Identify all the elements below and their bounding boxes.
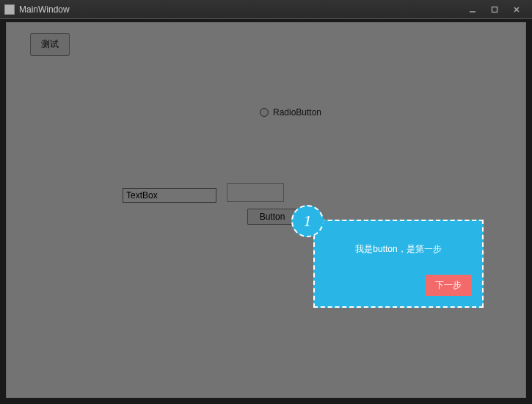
minimize-button[interactable] (462, 2, 484, 17)
coach-step-badge: 1 (291, 205, 324, 237)
svg-rect-1 (492, 7, 498, 12)
coach-next-button[interactable]: 下一步 (425, 275, 472, 296)
radio-icon (260, 108, 269, 117)
coach-box: 我是button，是第一步 下一步 (313, 220, 484, 308)
center-button[interactable]: Button (247, 209, 297, 225)
test-button[interactable]: 测试 (30, 33, 70, 56)
radio-button[interactable]: RadioButton (260, 107, 321, 118)
app-icon (4, 4, 15, 15)
window-title: MainWindow (19, 4, 462, 15)
radio-label: RadioButton (273, 107, 321, 118)
maximize-button[interactable] (484, 2, 506, 17)
window-titlebar: MainWindow (0, 0, 532, 19)
textbox-2[interactable] (227, 183, 284, 202)
coach-message: 我是button，是第一步 (328, 243, 469, 256)
textbox-1[interactable] (123, 188, 216, 203)
client-area: 测试 RadioButton Button 1 我是button，是第一步 下一… (6, 22, 526, 398)
coach-callout: 1 我是button，是第一步 下一步 (300, 206, 491, 308)
close-button[interactable] (506, 2, 528, 17)
